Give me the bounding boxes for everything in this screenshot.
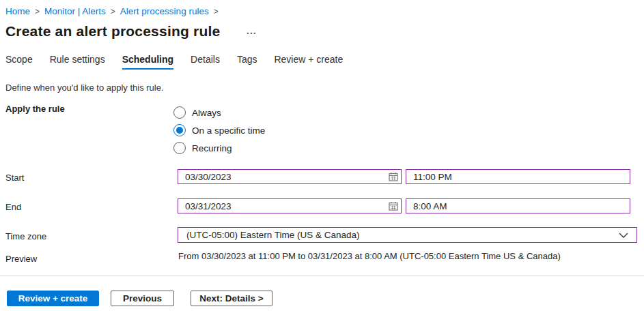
radio-recurring-label: Recurring <box>192 143 232 153</box>
preview-label: Preview <box>5 254 37 264</box>
chevron-down-icon <box>619 233 628 238</box>
time-zone-dropdown[interactable]: (UTC-05:00) Eastern Time (US & Canada) <box>178 227 637 243</box>
chevron-right-icon: > <box>209 7 223 16</box>
preview-value: From 03/30/2023 at 11:00 PM to 03/31/202… <box>178 251 561 261</box>
more-options-icon[interactable]: ... <box>247 26 257 35</box>
breadcrumb-link-monitor-alerts[interactable]: Monitor | Alerts <box>44 6 106 16</box>
radio-on-a-specific-time-label: On a specific time <box>192 125 265 136</box>
radio-icon <box>173 142 186 154</box>
start-time-input[interactable] <box>406 169 630 184</box>
start-label: Start <box>5 173 24 183</box>
breadcrumb-link-home[interactable]: Home <box>5 6 30 16</box>
apply-the-rule-radio-group: Always On a specific time Recurring <box>173 104 265 157</box>
chevron-right-icon: > <box>30 7 44 16</box>
radio-always-label: Always <box>192 108 221 118</box>
breadcrumb-link-alert-processing-rules[interactable]: Alert processing rules <box>120 6 209 16</box>
time-zone-value: (UTC-05:00) Eastern Time (US & Canada) <box>186 230 360 240</box>
radio-selected-icon <box>173 124 186 136</box>
review-create-button[interactable]: Review + create <box>7 291 99 306</box>
radio-icon <box>173 106 186 119</box>
wizard-tabs: Scope Rule settings Scheduling Details T… <box>5 54 343 70</box>
tab-review-create[interactable]: Review + create <box>274 54 343 70</box>
scheduling-description: Define when you'd like to apply this rul… <box>5 83 164 93</box>
chevron-right-icon: > <box>106 7 120 16</box>
tab-tags[interactable]: Tags <box>237 54 257 70</box>
end-date-input[interactable] <box>178 198 402 213</box>
time-zone-label: Time zone <box>5 231 46 241</box>
radio-recurring[interactable]: Recurring <box>173 139 265 157</box>
next-details-button[interactable]: Next: Details > <box>191 291 272 306</box>
radio-always[interactable]: Always <box>173 104 265 121</box>
tab-details[interactable]: Details <box>191 54 220 70</box>
start-date-calendar-icon[interactable] <box>388 171 399 182</box>
start-date-input[interactable] <box>178 169 402 184</box>
apply-the-rule-label: Apply the rule <box>5 104 65 114</box>
tab-rule-settings[interactable]: Rule settings <box>50 54 105 70</box>
footer-divider <box>0 275 644 276</box>
radio-on-a-specific-time[interactable]: On a specific time <box>173 121 265 139</box>
breadcrumb: Home > Monitor | Alerts > Alert processi… <box>5 6 223 16</box>
end-date-calendar-icon[interactable] <box>388 201 399 211</box>
tab-scheduling[interactable]: Scheduling <box>122 54 173 70</box>
page-title: Create an alert processing rule <box>5 23 220 40</box>
tab-scope[interactable]: Scope <box>5 54 33 70</box>
previous-button[interactable]: Previous <box>111 291 174 306</box>
end-label: End <box>5 202 21 212</box>
end-time-input[interactable] <box>406 198 630 213</box>
